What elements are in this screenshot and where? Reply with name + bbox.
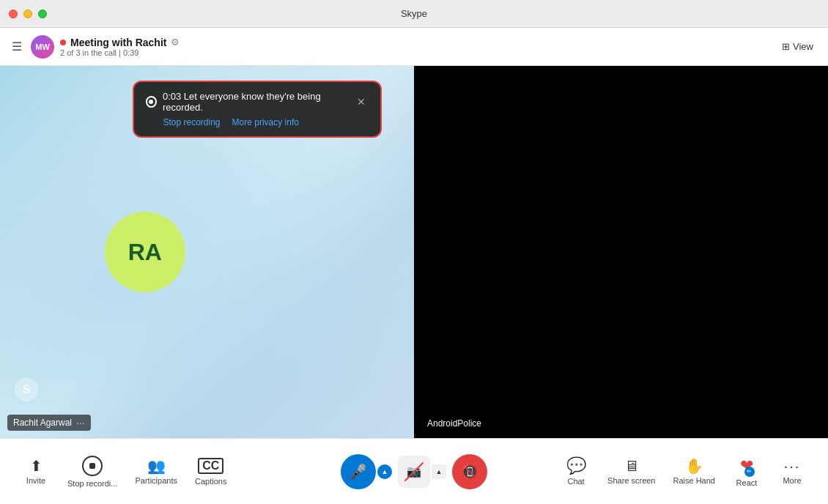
rec-message: 0:03 Let everyone know they're being rec…: [163, 91, 354, 113]
invite-label: Invite: [26, 476, 45, 485]
mic-icon: 🎤: [349, 463, 367, 481]
chat-button[interactable]: 💬 Chat: [555, 453, 597, 490]
privacy-info-link[interactable]: More privacy info: [232, 117, 299, 127]
toolbar: ⬆ Invite Stop recordi... 👥 Participants …: [0, 438, 828, 504]
stop-recording-link[interactable]: Stop recording: [163, 117, 221, 127]
rec-left: 0:03 Let everyone know they're being rec…: [146, 91, 354, 113]
video-chevron-button[interactable]: ▲: [432, 464, 446, 479]
toolbar-right: 💬 Chat 🖥 Share screen ✋ Raise Hand ❤ ✏ R…: [547, 452, 813, 492]
video-toggle-button[interactable]: 📷: [398, 456, 430, 488]
close-button[interactable]: [9, 10, 18, 18]
video-chevron-icon: ▲: [436, 468, 443, 475]
header-info: Meeting with Rachit ⚙ 2 of 3 in the call…: [60, 37, 180, 57]
participant-label-right: AndroidPolice: [421, 416, 487, 431]
rec-close-button[interactable]: ✕: [354, 94, 369, 109]
raise-hand-label: Raise Hand: [673, 476, 715, 485]
participants-label: Participants: [135, 476, 177, 485]
rec-radio-icon: [146, 96, 157, 108]
traffic-lights: [9, 10, 47, 18]
view-label: View: [793, 41, 813, 52]
video-icon: 📷: [407, 464, 421, 478]
video-panel-left: RA S 0:03 Let everyone know they're bein…: [0, 66, 414, 438]
chat-label: Chat: [567, 477, 584, 486]
raise-hand-icon: ✋: [685, 459, 703, 473]
mic-chevron-icon: ▲: [382, 468, 388, 475]
skype-watermark: S: [15, 378, 38, 401]
more-label: More: [783, 476, 801, 485]
stop-recording-icon: [82, 456, 103, 476]
participant-name-right: AndroidPolice: [427, 418, 481, 429]
rec-timer: 0:03: [163, 91, 181, 102]
share-screen-label: Share screen: [607, 476, 655, 485]
captions-button[interactable]: CC Captions: [188, 453, 234, 490]
mic-control: 🎤 ▲: [341, 454, 392, 489]
participant-more-icon[interactable]: ···: [76, 417, 85, 429]
header-title-row: Meeting with Rachit ⚙: [60, 37, 180, 48]
header-bar: ☰ MW Meeting with Rachit ⚙ 2 of 3 in the…: [0, 28, 828, 66]
toolbar-left: ⬆ Invite Stop recordi... 👥 Participants …: [15, 451, 281, 492]
mic-button[interactable]: 🎤: [341, 454, 376, 489]
recording-notification: 0:03 Let everyone know they're being rec…: [133, 81, 382, 138]
hamburger-menu-icon[interactable]: ☰: [9, 37, 25, 56]
raise-hand-button[interactable]: ✋ Raise Hand: [666, 454, 722, 489]
video-panel-right: AndroidPolice: [414, 66, 828, 438]
react-label: React: [736, 478, 758, 487]
participant-name-left: Rachit Agarwal: [13, 418, 72, 428]
title-bar: Skype: [0, 0, 828, 28]
view-button[interactable]: ⊞ View: [776, 38, 819, 55]
header-right: ⊞ View: [776, 38, 819, 55]
end-call-icon: 📵: [462, 464, 478, 480]
participants-button[interactable]: 👥 Participants: [127, 454, 184, 489]
maximize-button[interactable]: [38, 10, 47, 18]
settings-icon[interactable]: ⚙: [171, 37, 180, 48]
more-icon: ···: [784, 459, 801, 473]
app-title: Skype: [401, 8, 427, 19]
chat-icon: 💬: [566, 458, 586, 474]
avatar: MW: [31, 35, 54, 59]
stop-recording-button[interactable]: Stop recordi...: [60, 451, 125, 492]
video-control: 📷 ▲: [398, 456, 446, 488]
participant-label-left: Rachit Agarwal ···: [7, 415, 91, 431]
header-left: ☰ MW Meeting with Rachit ⚙ 2 of 3 in the…: [9, 35, 776, 59]
video-container: RA S 0:03 Let everyone know they're bein…: [0, 66, 828, 438]
recording-dot-icon: [60, 40, 66, 45]
mic-chevron-button[interactable]: ▲: [377, 464, 392, 479]
grid-icon: ⊞: [782, 41, 790, 52]
rec-text-message: Let everyone know they're being recorded…: [163, 91, 321, 113]
rec-links: Stop recording More privacy info: [146, 117, 369, 127]
react-button[interactable]: ❤ ✏ React: [725, 452, 768, 492]
share-screen-icon: 🖥: [624, 459, 639, 473]
react-heart-container: ❤ ✏: [740, 456, 753, 475]
react-edit-icon: ✏: [744, 467, 755, 477]
captions-label: Captions: [195, 477, 226, 486]
participants-icon: 👥: [147, 459, 166, 473]
share-screen-button[interactable]: 🖥 Share screen: [600, 454, 662, 489]
more-button[interactable]: ··· More: [771, 454, 813, 489]
end-call-button[interactable]: 📵: [452, 454, 487, 489]
meeting-title: Meeting with Rachit: [70, 37, 166, 48]
invite-button[interactable]: ⬆ Invite: [15, 454, 57, 489]
invite-icon: ⬆: [30, 459, 42, 473]
toolbar-center: 🎤 ▲ 📷 ▲ 📵: [281, 454, 547, 489]
rec-top-row: 0:03 Let everyone know they're being rec…: [146, 91, 369, 113]
minimize-button[interactable]: [23, 10, 32, 18]
participant-avatar: RA: [105, 212, 185, 292]
call-info: 2 of 3 in the call | 0:39: [60, 48, 180, 57]
stop-recording-label: Stop recordi...: [67, 479, 117, 488]
captions-icon: CC: [198, 458, 223, 474]
